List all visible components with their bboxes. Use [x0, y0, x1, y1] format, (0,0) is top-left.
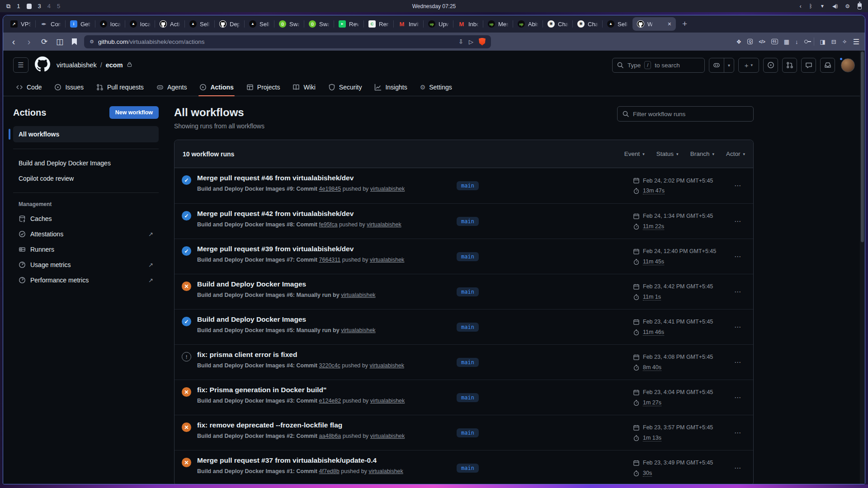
tab-issues[interactable]: Issues: [50, 80, 88, 96]
filter-input[interactable]: [633, 111, 749, 117]
inbox-header-button[interactable]: [820, 58, 835, 73]
discussions-header-button[interactable]: [801, 58, 816, 73]
issues-header-button[interactable]: [763, 58, 778, 73]
run-options-kebab[interactable]: ⋯: [729, 358, 747, 366]
sidebar-item-performance-metrics[interactable]: Performance metrics ↗: [13, 272, 159, 288]
run-title-link[interactable]: Merge pull request #37 from virtualabish…: [197, 456, 377, 465]
branch-badge[interactable]: main: [457, 464, 479, 473]
browser-tab[interactable]: up Upw: [424, 17, 453, 31]
commit-link[interactable]: 3220c4c: [319, 362, 340, 369]
browser-tab[interactable]: ↗ VPS: [6, 17, 36, 31]
page-scrollbar[interactable]: [860, 51, 865, 484]
sidebar-item-workflow-copilot-review[interactable]: Copilot code review: [13, 171, 159, 186]
breadcrumb-repo[interactable]: ecom: [106, 61, 123, 69]
global-nav-menu-button[interactable]: ☰: [13, 57, 28, 73]
actor-link[interactable]: virtualabishek: [341, 292, 375, 298]
reload-button[interactable]: ⟳: [39, 37, 49, 47]
actor-link[interactable]: virtualabishek: [370, 433, 405, 439]
tab-wiki[interactable]: Wiki: [288, 80, 320, 96]
branch-badge[interactable]: main: [457, 287, 479, 296]
browser-tab[interactable]: ▸ Reve: [334, 17, 364, 31]
sidebar-item-workflow-build-deploy[interactable]: Build and Deploy Docker Images: [13, 155, 159, 171]
run-title-link[interactable]: Merge pull request #46 from virtualabish…: [197, 174, 354, 182]
forward-button[interactable]: ›: [24, 37, 34, 47]
copilot-chevron[interactable]: ▾: [724, 58, 734, 72]
run-title-link[interactable]: fix: remove deprecated --frozen-lockfile…: [197, 421, 342, 429]
browser-tab[interactable]: ▲ Selle: [603, 17, 632, 31]
breadcrumb-owner[interactable]: virtualabishek: [57, 61, 97, 69]
extensions-icon[interactable]: ❖: [736, 38, 741, 45]
bluetooth-icon[interactable]: ᛒ: [809, 3, 812, 9]
actor-link[interactable]: virtualabishek: [341, 327, 375, 333]
workspace-switcher[interactable]: ⧉ 1 3 4 5: [6, 3, 60, 10]
address-bar[interactable]: ⚙ github.com/virtualabishek/ecom/actions…: [84, 35, 491, 48]
filter-actor-dropdown[interactable]: Actor▾: [726, 150, 745, 157]
branch-badge[interactable]: main: [457, 252, 479, 261]
chevron-left-icon[interactable]: ‹: [800, 3, 802, 9]
browser-menu-icon[interactable]: ☰: [853, 38, 859, 46]
commit-link[interactable]: aa48b6a: [319, 433, 341, 439]
commit-link[interactable]: e124e82: [319, 398, 341, 404]
pull-requests-header-button[interactable]: [782, 58, 797, 73]
actor-link[interactable]: virtualabishek: [370, 186, 405, 192]
run-options-kebab[interactable]: ⋯: [729, 323, 747, 331]
workspace-2-active[interactable]: [27, 4, 32, 9]
filter-event-dropdown[interactable]: Event▾: [624, 150, 645, 157]
split-view-button[interactable]: ◫: [55, 37, 65, 47]
password-key-icon[interactable]: [804, 40, 808, 43]
browser-tab[interactable]: M Inbo: [453, 17, 483, 31]
tab-security[interactable]: Security: [324, 80, 367, 96]
sidebar-toggle-icon[interactable]: ◨: [820, 38, 826, 45]
search-extension-icon[interactable]: Q: [747, 39, 753, 45]
browser-tab[interactable]: ▲ local: [95, 17, 125, 31]
tab-projects[interactable]: Projects: [242, 80, 285, 96]
sidebar-item-attestations[interactable]: Attestations ↗: [13, 226, 159, 242]
browser-tab[interactable]: i Getti: [66, 17, 95, 31]
back-button[interactable]: ‹: [9, 37, 19, 47]
browser-tab[interactable]: ✳ Chat: [543, 17, 573, 31]
run-options-kebab[interactable]: ⋯: [729, 253, 747, 261]
sidebar-item-caches[interactable]: Caches: [13, 211, 159, 226]
github-logo[interactable]: [35, 56, 50, 74]
cast-icon[interactable]: ⇩: [458, 38, 463, 45]
binary-extension-icon[interactable]: 01: [771, 39, 778, 45]
site-settings-icon[interactable]: ⚙: [90, 39, 94, 45]
run-options-kebab[interactable]: ⋯: [729, 464, 747, 472]
scrollbar-thumb[interactable]: [861, 52, 864, 242]
browser-tab[interactable]: {} Swag: [274, 17, 304, 31]
browser-tab[interactable]: {} Swag: [304, 17, 334, 31]
browser-tab[interactable]: ✒ Conn: [36, 17, 66, 31]
branch-badge[interactable]: main: [457, 428, 479, 437]
sidebar-item-all-workflows[interactable]: All workflows: [13, 126, 159, 142]
table-extension-icon[interactable]: ▦: [784, 38, 789, 45]
browser-tab[interactable]: Actio: [155, 17, 185, 31]
ai-sparkle-icon[interactable]: ✧: [842, 38, 847, 45]
create-new-button[interactable]: +▾: [738, 58, 759, 73]
browser-tab[interactable]: C Rene: [364, 17, 394, 31]
download-icon[interactable]: ↓: [795, 38, 798, 45]
tab-close-icon[interactable]: ×: [668, 20, 671, 28]
new-workflow-button[interactable]: New workflow: [109, 106, 159, 119]
brave-shield-icon[interactable]: [479, 38, 486, 46]
actor-link[interactable]: virtualabishek: [368, 468, 403, 474]
code-extension-icon[interactable]: </>: [759, 39, 765, 44]
actor-link[interactable]: virtualabishek: [370, 398, 405, 404]
tab-settings[interactable]: ⚙Settings: [415, 80, 457, 96]
actor-link[interactable]: virtualabishek: [369, 362, 404, 369]
run-title-link[interactable]: Merge pull request #42 from virtualabish…: [197, 210, 354, 218]
run-title-link[interactable]: Merge pull request #39 from virtualabish…: [197, 245, 354, 253]
run-options-kebab[interactable]: ⋯: [729, 217, 747, 225]
actor-link[interactable]: virtualabishek: [370, 257, 404, 263]
volume-icon[interactable]: ◀)): [832, 4, 837, 9]
workspace-1[interactable]: 1: [17, 3, 20, 9]
run-options-kebab[interactable]: ⋯: [729, 429, 747, 437]
browser-tab[interactable]: up Mess: [483, 17, 513, 31]
browser-tab[interactable]: M Invit: [394, 17, 424, 31]
run-title-link[interactable]: Build and Deploy Docker Images: [197, 280, 306, 288]
filter-status-dropdown[interactable]: Status▾: [656, 150, 679, 157]
commit-link[interactable]: 4f7ed8b: [319, 468, 340, 474]
browser-tab[interactable]: W ×: [632, 17, 676, 31]
workspace-3[interactable]: 3: [38, 3, 41, 9]
filter-workflow-runs-input[interactable]: [617, 106, 754, 122]
run-options-kebab[interactable]: ⋯: [729, 182, 747, 190]
